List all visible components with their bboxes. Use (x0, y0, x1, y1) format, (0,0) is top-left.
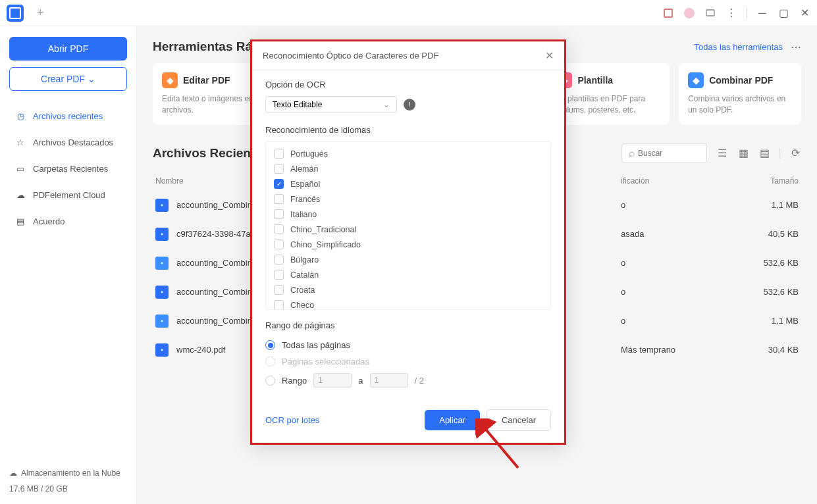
kebab-menu-icon[interactable]: ⋮ (725, 7, 737, 19)
lang-label: Italiano (290, 210, 317, 219)
tool-icon: ◆ (162, 72, 178, 88)
batch-ocr-link[interactable]: OCR por lotes (265, 415, 319, 425)
sidebar-item-1[interactable]: ☆Archivos Destacados (9, 129, 127, 155)
language-list[interactable]: PortuguésAlemán✓EspañolFrancésItalianoCh… (265, 141, 551, 310)
ocr-option-select[interactable]: Texto Editable ⌄ (265, 96, 397, 113)
maximize-button[interactable]: ▢ (777, 7, 789, 19)
lang-label: Catalán (290, 270, 319, 280)
checkbox-icon (274, 149, 284, 159)
tools-more-icon[interactable]: ⋯ (791, 41, 801, 53)
lang-label: Reconocimiento de idiomas (265, 125, 551, 135)
checkbox-icon (274, 270, 284, 280)
file-modified: Más temprano (621, 345, 746, 355)
open-pdf-button[interactable]: Abrir PDF (9, 37, 127, 61)
file-modified: o (621, 200, 746, 210)
file-icon: ▪ (155, 199, 169, 212)
calendar-icon[interactable]: ▤ (758, 147, 770, 159)
sidebar-item-2[interactable]: ▭Carpetas Recientes (9, 155, 127, 182)
minimize-button[interactable]: ─ (756, 7, 768, 19)
lang-option[interactable]: ✓Español (266, 176, 550, 191)
notification-icon[interactable] (662, 7, 674, 19)
titlebar: + ⋮ ─ ▢ ✕ (0, 0, 817, 26)
cloud-icon: ☁ (9, 468, 17, 478)
checkbox-icon (274, 224, 284, 234)
lang-label: Chino_Tradicional (290, 225, 356, 234)
file-icon: ▪ (155, 228, 169, 241)
tool-desc: Combina varios archivos en un solo PDF. (688, 93, 792, 116)
file-size: 532,6 KB (746, 287, 799, 297)
lang-option[interactable]: Chino_Tradicional (266, 222, 550, 237)
dialog-title: Reconocimiento Óptico de Caracteres de P… (263, 51, 438, 61)
file-size: 1,1 MB (746, 200, 799, 210)
nav-icon: ▭ (14, 163, 26, 174)
file-icon: ▪ (155, 286, 169, 299)
app-logo[interactable] (7, 5, 24, 22)
all-tools-link[interactable]: Todas las herramientas (695, 42, 783, 52)
range-to-input[interactable] (370, 373, 408, 388)
radio-icon (265, 357, 275, 366)
nav-icon: ◷ (14, 110, 26, 122)
checkbox-icon (274, 194, 284, 204)
close-button[interactable]: ✕ (799, 7, 810, 19)
range-selected-option: Páginas seleccionadas (265, 353, 551, 370)
chevron-down-icon: ⌄ (88, 74, 95, 84)
file-size: 1,1 MB (746, 316, 799, 326)
divider (747, 7, 747, 19)
storage-info: ☁Almacenamiento en la Nube 17,6 MB / 20 … (9, 468, 127, 493)
dialog-close-button[interactable]: ✕ (545, 49, 554, 62)
tool-card-4[interactable]: ◆Combinar PDFCombina varios archivos en … (679, 63, 801, 125)
lang-option[interactable]: Checo (266, 297, 550, 310)
list-view-icon[interactable]: ☰ (716, 147, 728, 159)
file-icon: ▪ (155, 315, 169, 328)
range-custom-option[interactable]: Rango a / 2 (265, 370, 551, 391)
info-icon[interactable]: ! (404, 99, 415, 111)
apply-button[interactable]: Aplicar (425, 410, 480, 430)
grid-view-icon[interactable]: ▦ (737, 147, 749, 159)
lang-label: Portugués (290, 149, 328, 159)
refresh-icon[interactable]: ⟳ (789, 147, 801, 159)
sidebar-item-3[interactable]: ☁PDFelement Cloud (9, 182, 127, 208)
lang-label: Checo (290, 301, 314, 310)
new-tab-button[interactable]: + (32, 6, 49, 20)
radio-icon (265, 340, 275, 350)
lang-label: Búlgaro (290, 255, 319, 265)
chat-icon[interactable] (704, 7, 716, 19)
file-icon: ▪ (155, 257, 169, 270)
file-size: 532,6 KB (746, 258, 799, 268)
lang-label: Español (290, 180, 320, 189)
file-icon: ▪ (155, 343, 169, 357)
cancel-button[interactable]: Cancelar (487, 409, 551, 431)
search-box[interactable]: ⌕ (621, 143, 707, 163)
lang-option[interactable]: Croata (266, 282, 550, 297)
search-input[interactable] (638, 149, 700, 158)
checkbox-icon (274, 300, 284, 310)
lang-option[interactable]: Catalán (266, 267, 550, 282)
lang-option[interactable]: Alemán (266, 161, 550, 176)
checkbox-icon: ✓ (274, 179, 284, 189)
lang-option[interactable]: Búlgaro (266, 252, 550, 267)
nav-label: Archivos Destacados (33, 138, 113, 147)
nav-icon: ☁ (14, 189, 26, 201)
lang-option[interactable]: Portugués (266, 146, 550, 161)
lang-option[interactable]: Chino_Simplificado (266, 237, 550, 252)
range-from-input[interactable] (313, 373, 352, 388)
avatar-icon[interactable] (683, 7, 695, 19)
sidebar-item-4[interactable]: ▤Acuerdo (9, 208, 127, 234)
lang-label: Croata (290, 286, 315, 295)
sidebar: Abrir PDF Crear PDF⌄ ◷Archivos recientes… (0, 26, 137, 504)
svg-rect-0 (664, 9, 672, 17)
tool-icon: ◆ (688, 72, 704, 88)
radio-icon (265, 376, 275, 386)
chevron-down-icon: ⌄ (383, 100, 390, 109)
nav-icon: ▤ (14, 215, 26, 227)
tool-desc: én plantillas en PDF para ículums, póste… (556, 93, 660, 116)
file-size: 30,4 KB (746, 345, 799, 355)
lang-option[interactable]: Francés (266, 191, 550, 207)
sidebar-item-0[interactable]: ◷Archivos recientes (9, 103, 127, 129)
create-pdf-button[interactable]: Crear PDF⌄ (9, 67, 127, 91)
lang-label: Alemán (290, 164, 318, 174)
range-all-option[interactable]: Todas las páginas (265, 337, 551, 353)
storage-value: 17,6 MB / 20 GB (9, 484, 127, 493)
lang-option[interactable]: Italiano (266, 207, 550, 222)
file-size: 40,5 KB (746, 229, 799, 239)
